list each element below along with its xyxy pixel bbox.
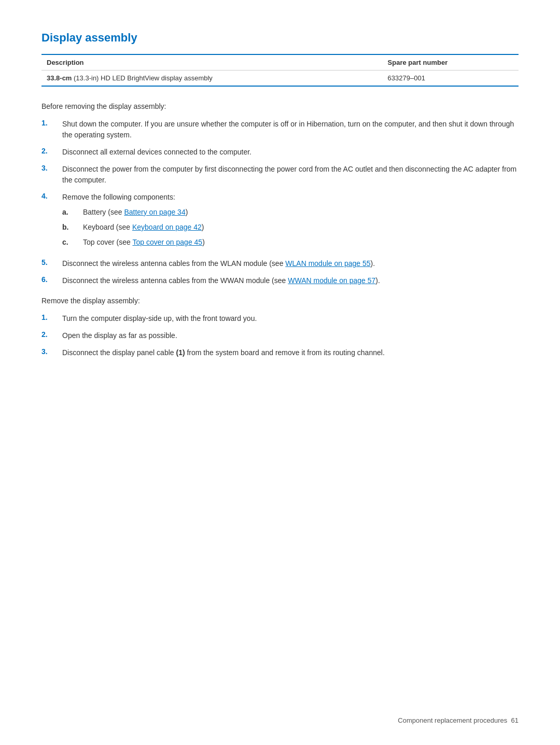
table-cell-part-number: 633279–001 <box>383 71 519 87</box>
list-item: 3. Disconnect the display panel cable (1… <box>41 347 519 358</box>
table-cell-description: 33.8-cm (13.3-in) HD LED BrightView disp… <box>41 71 383 87</box>
list-item: 2. Disconnect all external devices conne… <box>41 147 519 158</box>
step-content-3: Disconnect the power from the computer b… <box>62 164 519 186</box>
list-item: 3. Disconnect the power from the compute… <box>41 164 519 186</box>
sub-letter-a: a. <box>62 207 83 218</box>
step-number-6: 6. <box>41 275 62 284</box>
sub-content-c: Top cover (see Top cover on page 45) <box>83 237 205 248</box>
step-number-3: 3. <box>41 164 62 172</box>
top-cover-link[interactable]: Top cover on page 45 <box>132 238 202 246</box>
table-header-description: Description <box>41 54 383 71</box>
list-item: 6. Disconnect the wireless antenna cable… <box>41 275 519 286</box>
list-item: 2. Open the display as far as possible. <box>41 330 519 341</box>
step-number-2: 2. <box>41 147 62 155</box>
before-removing-intro: Before removing the display assembly: <box>41 102 519 110</box>
remove-step-number-2: 2. <box>41 330 62 339</box>
page-title: Display assembly <box>41 31 519 45</box>
footer-text: Component replacement procedures <box>398 716 507 724</box>
battery-link[interactable]: Battery on page 34 <box>124 208 185 216</box>
list-item: 1. Turn the computer display-side up, wi… <box>41 313 519 324</box>
list-item: 4. Remove the following components: a. B… <box>41 192 519 252</box>
parts-table: Description Spare part number 33.8-cm (1… <box>41 54 519 87</box>
step-content-6: Disconnect the wireless antenna cables f… <box>62 275 519 286</box>
step-number-4: 4. <box>41 192 62 200</box>
remove-step-number-3: 3. <box>41 347 62 356</box>
table-row: 33.8-cm (13.3-in) HD LED BrightView disp… <box>41 71 519 87</box>
remove-steps-list: 1. Turn the computer display-side up, wi… <box>41 313 519 358</box>
list-item: 5. Disconnect the wireless antenna cable… <box>41 258 519 269</box>
remove-step-content-1: Turn the computer display-side up, with … <box>62 313 519 324</box>
wwan-link[interactable]: WWAN module on page 57 <box>288 276 375 285</box>
step-content-1: Shut down the computer. If you are unsur… <box>62 119 519 140</box>
remove-step-content-2: Open the display as far as possible. <box>62 330 519 341</box>
step-content-2: Disconnect all external devices connecte… <box>62 147 519 158</box>
list-item: 1. Shut down the computer. If you are un… <box>41 119 519 140</box>
sub-content-b: Keyboard (see Keyboard on page 42) <box>83 222 204 233</box>
sub-list-item-a: a. Battery (see Battery on page 34) <box>62 207 519 218</box>
page-footer: Component replacement procedures 61 <box>398 716 519 724</box>
keyboard-link[interactable]: Keyboard on page 42 <box>132 223 202 231</box>
before-steps-list: 1. Shut down the computer. If you are un… <box>41 119 519 286</box>
remove-step-content-3: Disconnect the display panel cable (1) f… <box>62 347 519 358</box>
table-header-part-number: Spare part number <box>383 54 519 71</box>
sub-list-item-b: b. Keyboard (see Keyboard on page 42) <box>62 222 519 233</box>
remove-step-number-1: 1. <box>41 313 62 321</box>
step-number-1: 1. <box>41 119 62 127</box>
description-rest: (13.3-in) HD LED BrightView display asse… <box>72 74 212 82</box>
step-number-5: 5. <box>41 258 62 266</box>
description-bold: 33.8-cm <box>47 74 72 82</box>
sub-list-item-c: c. Top cover (see Top cover on page 45) <box>62 237 519 248</box>
sub-steps-list: a. Battery (see Battery on page 34) b. K… <box>62 207 519 248</box>
step-content-4: Remove the following components: a. Batt… <box>62 192 519 252</box>
sub-content-a: Battery (see Battery on page 34) <box>83 207 188 218</box>
sub-letter-c: c. <box>62 237 83 248</box>
remove-display-intro: Remove the display assembly: <box>41 297 519 305</box>
wlan-link[interactable]: WLAN module on page 55 <box>285 259 370 268</box>
step-content-5: Disconnect the wireless antenna cables f… <box>62 258 519 269</box>
sub-letter-b: b. <box>62 222 83 233</box>
footer-page: 61 <box>511 716 519 724</box>
